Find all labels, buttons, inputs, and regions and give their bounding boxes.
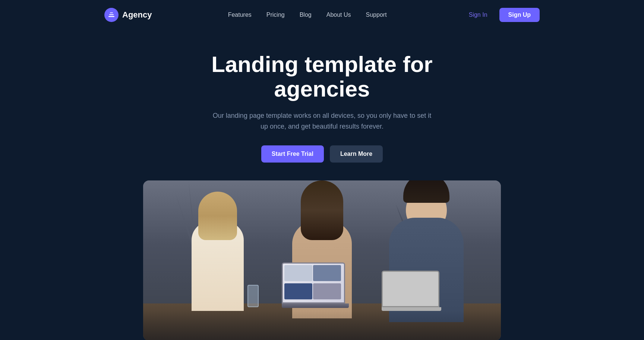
- person-left: [180, 192, 255, 311]
- nav-features[interactable]: Features: [228, 12, 252, 18]
- laptop-center: [282, 262, 349, 311]
- nav-actions: Sign In Sign Up: [463, 8, 540, 22]
- nav-blog[interactable]: Blog: [300, 12, 312, 18]
- signup-button[interactable]: Sign Up: [499, 8, 540, 22]
- hero-section: Landing template for agencies Our landin…: [0, 30, 644, 340]
- nav-pricing[interactable]: Pricing: [266, 12, 285, 18]
- glass-cup: [247, 285, 259, 307]
- brand-logo[interactable]: Agency: [104, 8, 152, 22]
- svg-rect-2: [110, 12, 113, 13]
- svg-rect-1: [109, 14, 114, 15]
- screen-tile-2: [313, 265, 341, 281]
- nav-links: Features Pricing Blog About Us Support: [228, 12, 387, 18]
- brand-name: Agency: [122, 10, 152, 20]
- hero-image-bg: [143, 180, 501, 340]
- navbar: Agency Features Pricing Blog About Us Su…: [0, 0, 644, 30]
- svg-rect-0: [108, 16, 114, 17]
- person-left-hair: [198, 192, 237, 240]
- nav-about[interactable]: About Us: [326, 12, 351, 18]
- logo-icon: [104, 8, 119, 22]
- start-trial-button[interactable]: Start Free Trial: [261, 145, 324, 163]
- screen-tile-1: [284, 265, 312, 281]
- screen-tile-3: [284, 283, 312, 299]
- laptop-screen: [282, 262, 345, 303]
- laptop-base: [282, 303, 349, 308]
- laptop2-base: [382, 307, 441, 311]
- hero-subtitle: Our landing page template works on all d…: [210, 110, 434, 132]
- person-right-hair: [403, 180, 449, 203]
- laptop-right: [382, 271, 441, 312]
- person-center-hair: [301, 180, 343, 240]
- hero-title: Landing template for agencies: [173, 52, 471, 101]
- laptop2-screen: [382, 271, 439, 307]
- hero-buttons: Start Free Trial Learn More: [261, 145, 383, 163]
- nav-support[interactable]: Support: [366, 12, 387, 18]
- hero-image: [143, 180, 501, 340]
- screen-tile-4: [313, 283, 341, 299]
- learn-more-button[interactable]: Learn More: [330, 145, 383, 163]
- signin-button[interactable]: Sign In: [463, 9, 493, 21]
- bottom-fade: [143, 311, 501, 340]
